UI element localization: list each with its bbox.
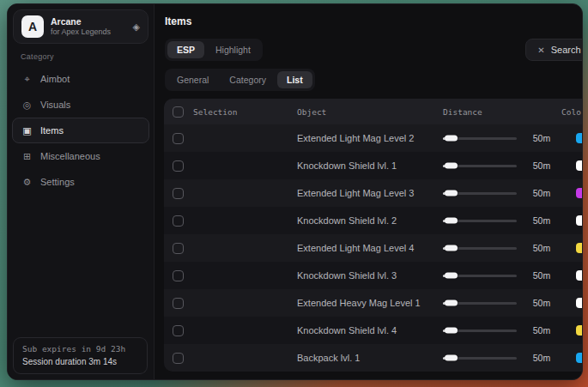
- distance-value: 50m: [522, 133, 561, 143]
- search-button[interactable]: ✕ Search: [525, 39, 583, 61]
- distance-value: 50m: [522, 298, 561, 308]
- column-header-object: Object: [297, 107, 443, 117]
- app-logo: A: [21, 15, 44, 38]
- distance-value: 50m: [522, 270, 561, 281]
- view-row: General Category List: [165, 69, 583, 91]
- object-name: Backpack lvl. 1: [297, 353, 443, 363]
- tab-category[interactable]: Category: [220, 71, 276, 88]
- table-row: Extended Light Mag Level 3 50m: [164, 179, 583, 207]
- table-row: Knockdown Shield lvl. 1 50m: [164, 152, 583, 179]
- row-checkbox[interactable]: [173, 243, 184, 254]
- object-name: Knockdown Shield lvl. 3: [297, 270, 443, 281]
- distance-slider[interactable]: [443, 302, 517, 305]
- distance-slider[interactable]: [443, 165, 517, 167]
- row-checkbox[interactable]: [173, 160, 184, 172]
- distance-slider[interactable]: [443, 220, 517, 222]
- main-panel: Items ESP Highlight ✕ Search General Cat…: [155, 4, 583, 379]
- color-swatch[interactable]: [576, 188, 583, 198]
- object-name: Extended Light Mag Level 3: [297, 188, 443, 198]
- select-all-checkbox[interactable]: [173, 106, 184, 118]
- distance-value: 50m: [522, 353, 561, 363]
- distance-slider[interactable]: [443, 192, 517, 195]
- distance-value: 50m: [522, 188, 561, 198]
- tab-general[interactable]: General: [167, 71, 218, 88]
- eye-icon: ◎: [21, 100, 33, 111]
- sidebar-item-label: Items: [40, 125, 64, 136]
- search-icon: ✕: [537, 45, 544, 55]
- color-swatch[interactable]: [576, 298, 583, 308]
- table-row: Knockdown Shield lvl. 3 50m: [164, 262, 583, 289]
- sidebar-item-items[interactable]: ▣ Items: [12, 118, 149, 143]
- sidebar-item-aimbot[interactable]: ⌖ Aimbot: [8, 66, 149, 92]
- row-checkbox[interactable]: [173, 133, 184, 144]
- distance-slider-handle[interactable]: [445, 163, 458, 169]
- distance-slider-handle[interactable]: [445, 300, 458, 306]
- distance-slider-handle[interactable]: [445, 136, 458, 142]
- app-logo-card: A Arcane for Apex Legends ◈: [13, 9, 149, 44]
- items-table: Selection Object Distance Color Extended…: [164, 99, 583, 372]
- sidebar-item-miscellaneous[interactable]: ⊞ Miscellaneous: [8, 143, 149, 169]
- distance-slider-handle[interactable]: [445, 218, 458, 224]
- row-checkbox[interactable]: [173, 353, 184, 364]
- color-swatch[interactable]: [576, 160, 583, 171]
- distance-value: 50m: [522, 160, 561, 171]
- category-section-label: Category: [21, 52, 154, 61]
- color-swatch[interactable]: [576, 133, 583, 143]
- table-header-row: Selection Object Distance Color: [164, 99, 583, 124]
- table-row: Extended Heavy Mag Level 1 50m: [164, 289, 583, 317]
- row-checkbox[interactable]: [173, 298, 184, 309]
- table-row: Extended Light Mag Level 4 50m: [164, 234, 583, 262]
- search-button-label: Search: [551, 45, 581, 55]
- row-checkbox[interactable]: [173, 188, 184, 199]
- distance-value: 50m: [522, 215, 561, 226]
- arcane-overlay-window: A Arcane for Apex Legends ◈ Category ⌖ A…: [7, 3, 583, 380]
- controls-row: ESP Highlight ✕ Search: [165, 39, 583, 61]
- sidebar-item-visuals[interactable]: ◎ Visuals: [8, 92, 149, 118]
- column-header-selection: Selection: [193, 107, 297, 117]
- table-body: Extended Light Mag Level 2 50m Knockdown…: [164, 124, 583, 372]
- page-title: Items: [165, 15, 583, 27]
- table-row: Knockdown Shield lvl. 2 50m: [164, 207, 583, 234]
- crosshair-icon: ⌖: [21, 74, 33, 85]
- sidebar-item-settings[interactable]: ⚙ Settings: [8, 169, 149, 195]
- column-header-distance: Distance: [443, 107, 522, 117]
- table-row: Backpack lvl. 1 50m: [164, 344, 583, 372]
- color-swatch[interactable]: [576, 353, 583, 363]
- sidebar: A Arcane for Apex Legends ◈ Category ⌖ A…: [8, 4, 155, 379]
- row-checkbox[interactable]: [173, 215, 184, 227]
- distance-slider-handle[interactable]: [445, 328, 458, 334]
- sidebar-item-label: Visuals: [40, 100, 70, 110]
- distance-slider-handle[interactable]: [445, 190, 458, 197]
- color-swatch[interactable]: [576, 270, 583, 281]
- sidebar-item-label: Settings: [40, 177, 75, 187]
- package-icon: ▣: [21, 125, 33, 136]
- distance-slider[interactable]: [443, 357, 517, 360]
- distance-slider[interactable]: [443, 247, 517, 250]
- distance-slider[interactable]: [443, 137, 517, 140]
- emblem-icon[interactable]: ◈: [133, 21, 140, 33]
- app-title-block: Arcane for Apex Legends: [51, 16, 111, 37]
- distance-slider[interactable]: [443, 275, 517, 277]
- object-name: Extended Light Mag Level 4: [297, 243, 443, 253]
- distance-slider-handle[interactable]: [445, 355, 458, 361]
- distance-slider-handle[interactable]: [445, 273, 458, 279]
- view-tab-group: General Category List: [165, 69, 315, 91]
- distance-slider-handle[interactable]: [445, 245, 458, 251]
- subscription-status-box: Sub expires in 9d 23h Session duration 3…: [13, 337, 148, 374]
- object-name: Knockdown Shield lvl. 1: [297, 160, 443, 171]
- column-header-color: Color: [561, 107, 583, 117]
- object-name: Knockdown Shield lvl. 4: [297, 325, 443, 336]
- row-checkbox[interactable]: [173, 325, 184, 336]
- sidebar-nav: ⌖ Aimbot ◎ Visuals ▣ Items ⊞ Miscellaneo…: [8, 66, 154, 195]
- sub-expires-text: Sub expires in 9d 23h: [22, 344, 138, 354]
- tab-list[interactable]: List: [277, 71, 312, 88]
- app-subtitle: for Apex Legends: [51, 27, 111, 37]
- color-swatch[interactable]: [576, 215, 583, 226]
- color-swatch[interactable]: [576, 243, 583, 253]
- row-checkbox[interactable]: [173, 270, 184, 281]
- tab-esp[interactable]: ESP: [167, 41, 204, 58]
- tab-highlight[interactable]: Highlight: [206, 41, 260, 58]
- color-swatch[interactable]: [576, 325, 583, 336]
- distance-slider[interactable]: [443, 330, 517, 332]
- sidebar-item-label: Aimbot: [40, 74, 70, 84]
